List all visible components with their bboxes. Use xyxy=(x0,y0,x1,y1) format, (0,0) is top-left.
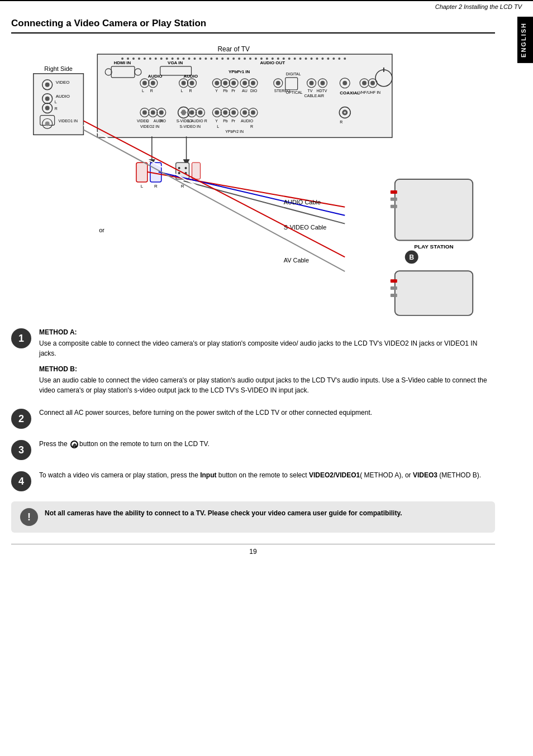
svg-point-84 xyxy=(223,81,227,85)
svg-rect-198 xyxy=(391,294,397,297)
svg-text:L: L xyxy=(141,184,144,189)
svg-point-68 xyxy=(142,81,147,85)
svg-point-114 xyxy=(362,81,367,85)
notice-box: ! Not all cameras have the ability to co… xyxy=(11,501,495,533)
svg-point-173 xyxy=(185,167,187,169)
svg-text:DIGITAL: DIGITAL xyxy=(286,72,301,76)
section-title: Connecting a Video Camera or Play Statio… xyxy=(11,18,495,34)
svg-point-105 xyxy=(320,81,325,85)
svg-text:OPTICAL: OPTICAL xyxy=(286,90,303,94)
svg-point-70 xyxy=(151,81,155,85)
svg-text:Pr: Pr xyxy=(231,89,236,93)
svg-text:DIO: DIO xyxy=(250,89,258,93)
svg-point-20 xyxy=(227,58,229,60)
page-number: 19 xyxy=(249,548,256,556)
svg-point-138 xyxy=(190,111,194,115)
svg-line-185 xyxy=(83,125,345,264)
step-3-text: Press the ⏏button on the remote to turn … xyxy=(39,439,495,449)
svg-point-147 xyxy=(223,111,227,115)
svg-point-41 xyxy=(344,58,346,60)
svg-point-12 xyxy=(183,58,185,60)
step-1: 1 METHOD A: Use a composite cable to con… xyxy=(11,327,495,398)
svg-text:AUDIO: AUDIO xyxy=(148,74,163,79)
svg-point-4 xyxy=(138,58,140,60)
svg-point-8 xyxy=(160,58,163,60)
svg-point-40 xyxy=(338,58,340,60)
svg-point-2 xyxy=(127,58,129,60)
svg-rect-191 xyxy=(391,205,397,208)
svg-text:Y: Y xyxy=(215,119,218,123)
svg-point-3 xyxy=(132,58,135,60)
svg-point-121 xyxy=(142,111,147,115)
svg-text:YPbPr1 IN: YPbPr1 IN xyxy=(229,69,250,74)
svg-rect-167 xyxy=(136,162,147,182)
svg-point-28 xyxy=(272,58,274,60)
svg-point-172 xyxy=(178,167,180,169)
svg-text:AUDIO: AUDIO xyxy=(241,119,254,123)
svg-point-18 xyxy=(216,58,218,60)
svg-point-132 xyxy=(181,110,187,116)
svg-point-6 xyxy=(149,58,151,60)
svg-text:TV: TV xyxy=(308,89,313,93)
svg-point-16 xyxy=(204,58,207,60)
svg-point-58 xyxy=(45,121,50,126)
svg-point-46 xyxy=(45,83,50,87)
method-a-title: METHOD A: xyxy=(39,327,495,337)
svg-text:Rear of TV: Rear of TV xyxy=(217,45,250,53)
svg-text:HDTV: HDTV xyxy=(316,89,327,93)
svg-text:S-VIDEO IN: S-VIDEO IN xyxy=(180,125,201,128)
svg-rect-196 xyxy=(391,279,397,283)
svg-rect-197 xyxy=(391,286,397,290)
svg-point-149 xyxy=(231,111,236,115)
svg-point-151 xyxy=(242,111,247,115)
svg-point-38 xyxy=(327,58,329,60)
svg-text:L: L xyxy=(217,125,219,128)
svg-point-34 xyxy=(305,58,307,60)
svg-text:L: L xyxy=(142,89,144,93)
step-2: 2 Connect all AC power sources, before t… xyxy=(11,408,495,429)
svg-point-51 xyxy=(45,106,50,111)
svg-text:Pb: Pb xyxy=(223,119,228,123)
svg-rect-188 xyxy=(395,179,473,240)
svg-text:Pr: Pr xyxy=(231,119,236,123)
svg-point-140 xyxy=(198,111,202,115)
svg-text:L: L xyxy=(55,100,57,104)
svg-text:VIDEO2 IN: VIDEO2 IN xyxy=(140,125,159,128)
step-4-content: To watch a video vis camera or play stat… xyxy=(39,470,495,482)
svg-point-153 xyxy=(251,111,255,115)
svg-point-30 xyxy=(283,58,285,60)
svg-text:Y: Y xyxy=(215,89,218,93)
svg-point-9 xyxy=(166,58,168,60)
svg-text:L: L xyxy=(181,89,183,93)
svg-point-88 xyxy=(242,81,247,85)
svg-point-75 xyxy=(182,81,186,85)
svg-text:L: L xyxy=(146,119,149,123)
svg-point-77 xyxy=(190,81,194,85)
svg-text:PLAY STATION: PLAY STATION xyxy=(414,243,453,250)
svg-text:B: B xyxy=(409,253,414,261)
svg-point-19 xyxy=(221,58,223,60)
svg-point-103 xyxy=(310,81,314,85)
svg-point-86 xyxy=(231,81,236,85)
svg-point-134 xyxy=(185,110,187,112)
svg-rect-176 xyxy=(192,162,201,179)
svg-point-26 xyxy=(260,58,263,60)
svg-text:VIDEO: VIDEO xyxy=(56,80,70,85)
svg-point-14 xyxy=(193,58,196,60)
svg-text:R: R xyxy=(154,184,158,189)
svg-text:HDMI IN: HDMI IN xyxy=(114,60,131,65)
svg-text:R: R xyxy=(340,120,342,124)
svg-point-136 xyxy=(185,113,187,115)
method-b-title: METHOD B: xyxy=(39,364,495,374)
svg-point-13 xyxy=(188,58,191,60)
svg-text:R: R xyxy=(250,125,253,128)
svg-point-35 xyxy=(311,58,313,60)
svg-text:VGA IN: VGA IN xyxy=(168,60,183,65)
svg-text:AUDIO: AUDIO xyxy=(56,94,70,99)
step-3: 3 Press the ⏏button on the remote to tur… xyxy=(11,439,495,460)
step-4-icon: 4 xyxy=(11,471,31,491)
svg-text:AUDIO OUT: AUDIO OUT xyxy=(260,60,285,65)
svg-point-125 xyxy=(159,111,164,115)
svg-point-33 xyxy=(299,58,302,60)
svg-text:CABLE: CABLE xyxy=(304,94,317,98)
